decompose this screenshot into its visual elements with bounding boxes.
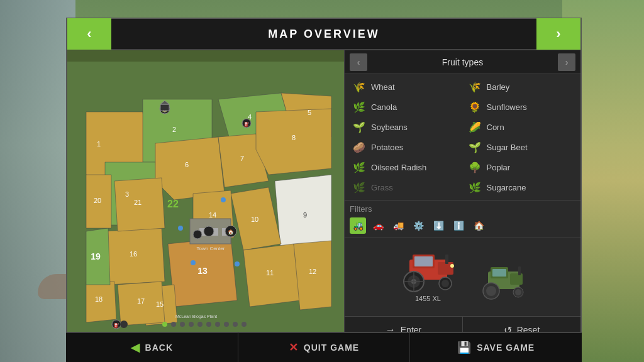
save-icon: 💾 — [457, 341, 472, 354]
svg-rect-71 — [445, 255, 448, 264]
vehicle-grid: 1455 XL — [394, 247, 532, 302]
svg-rect-65 — [160, 104, 169, 111]
fruit-prev-button[interactable]: ‹ — [350, 53, 367, 71]
dot-4 — [189, 322, 194, 327]
back-button[interactable]: ◀ BACK — [66, 332, 238, 362]
fruit-item-potatoes[interactable]: 🥔 Potatoes — [347, 137, 463, 157]
filter-download-button[interactable]: ⬇️ — [430, 217, 447, 234]
corn-icon: 🌽 — [468, 120, 482, 134]
fruit-grid: 🌾 Wheat 🌾 Barley 🌿 Canola 🌻 Sunflowers 🌱 — [345, 74, 580, 200]
fruit-name-canola: Canola — [371, 102, 397, 112]
bottom-bar: ◀ BACK ✕ QUIT GAME 💾 SAVE GAME — [66, 332, 582, 362]
dot-5 — [197, 322, 203, 327]
filter-icons-row: 🚜 🚗 🚚 ⚙️ ⬇️ ℹ️ 🏠 — [350, 217, 575, 234]
svg-text:13: 13 — [197, 266, 208, 276]
map-svg: 1 2 3 4 5 6 7 8 9 10 11 12 13 14 15 16 1… — [67, 50, 344, 343]
fruit-item-soybeans[interactable]: 🌱 Soybeans — [347, 117, 463, 137]
fruit-name-soybeans: Soybeans — [371, 123, 408, 132]
filter-gear-button[interactable]: ⚙️ — [410, 217, 426, 234]
fruit-item-corn[interactable]: 🌽 Corn — [463, 117, 579, 137]
tractor-1455xl-image — [394, 247, 463, 292]
fruit-name-sugar-beet: Sugar Beet — [487, 143, 528, 152]
poplar-icon: 🌳 — [468, 160, 482, 174]
filter-tractor-button[interactable]: 🚜 — [350, 217, 366, 234]
vehicle-name-1455xl: 1455 XL — [415, 295, 441, 302]
dot-8 — [224, 322, 229, 327]
svg-marker-6 — [155, 137, 225, 200]
fruit-name-sugarcane: Sugarcane — [487, 183, 526, 192]
header: ‹ MAP OVERVIEW › — [67, 19, 580, 50]
svg-marker-8 — [256, 109, 331, 175]
fruit-item-oilseed-radish[interactable]: 🌿 Oilseed Radish — [347, 157, 463, 177]
svg-text:11: 11 — [266, 269, 274, 277]
fruit-item-grass[interactable]: 🌿 Grass — [347, 177, 463, 197]
dot-6 — [206, 322, 211, 327]
fruit-item-sunflowers[interactable]: 🌻 Sunflowers — [463, 97, 579, 117]
svg-marker-12 — [294, 241, 331, 310]
header-next-button[interactable]: › — [536, 18, 580, 50]
svg-text:6: 6 — [185, 161, 189, 168]
fruit-next-button[interactable]: › — [558, 53, 575, 71]
svg-text:2: 2 — [172, 126, 176, 133]
fruit-item-sugar-beet[interactable]: 🌱 Sugar Beet — [463, 137, 579, 157]
svg-point-58 — [191, 260, 196, 265]
canola-icon: 🌿 — [352, 100, 366, 114]
svg-text:18: 18 — [95, 295, 103, 303]
filter-truck-button[interactable]: 🚚 — [390, 217, 406, 234]
fruit-name-corn: Corn — [487, 123, 504, 132]
svg-point-60 — [178, 226, 183, 231]
svg-text:19: 19 — [91, 251, 101, 261]
content-area: 1 2 3 4 5 6 7 8 9 10 11 12 13 14 15 16 1… — [67, 50, 580, 343]
fruit-item-barley[interactable]: 🌾 Barley — [463, 77, 579, 97]
svg-text:17: 17 — [137, 297, 145, 305]
svg-point-59 — [235, 261, 240, 266]
svg-text:21: 21 — [134, 199, 142, 206]
svg-text:12: 12 — [309, 268, 316, 275]
fruit-item-poplar[interactable]: 🌳 Poplar — [463, 157, 579, 177]
soybeans-icon: 🌱 — [352, 120, 366, 134]
grass-icon: 🌿 — [352, 180, 366, 194]
svg-point-86 — [486, 286, 496, 296]
svg-rect-83 — [492, 269, 506, 277]
svg-text:8: 8 — [292, 134, 296, 141]
header-prev-button[interactable]: ‹ — [67, 18, 111, 50]
vehicles-section: 1455 XL — [345, 238, 580, 316]
fruit-name-wheat: Wheat — [371, 82, 395, 92]
fruit-item-canola[interactable]: 🌿 Canola — [347, 97, 463, 117]
sugar-beet-icon: 🌱 — [468, 140, 482, 154]
vehicle-card-secondary[interactable] — [475, 262, 532, 302]
filter-info-button[interactable]: ℹ️ — [450, 217, 467, 234]
svg-text:McLean Biogas Plant: McLean Biogas Plant — [175, 314, 217, 319]
svg-text:14: 14 — [209, 211, 216, 219]
oilseed-radish-icon: 🌿 — [352, 160, 366, 174]
svg-rect-68 — [438, 262, 453, 275]
fruit-name-sunflowers: Sunflowers — [487, 102, 527, 112]
fruit-name-poplar: Poplar — [487, 163, 511, 172]
fruit-item-wheat[interactable]: 🌾 Wheat — [347, 77, 463, 97]
vehicle-card-1455xl[interactable]: 1455 XL — [394, 247, 463, 302]
save-game-button[interactable]: 💾 SAVE GAME — [410, 332, 582, 362]
svg-text:3: 3 — [125, 190, 129, 198]
dot-1 — [162, 322, 167, 327]
fruit-item-sugarcane[interactable]: 🌿 Sugarcane — [463, 177, 579, 197]
map-section: 1 2 3 4 5 6 7 8 9 10 11 12 13 14 15 16 1… — [67, 50, 344, 343]
svg-text:20: 20 — [94, 197, 101, 204]
barley-icon: 🌾 — [468, 80, 482, 94]
fruit-types-header: ‹ Fruit types › — [345, 50, 580, 74]
fruit-name-grass: Grass — [371, 183, 393, 192]
filter-home-button[interactable]: 🏠 — [470, 217, 487, 234]
fruit-name-potatoes: Potatoes — [371, 143, 403, 152]
svg-text:⛽: ⛽ — [244, 121, 250, 127]
wheat-icon: 🌾 — [352, 80, 366, 94]
svg-point-76 — [441, 280, 449, 287]
page-dots — [66, 319, 343, 329]
header-title: MAP OVERVIEW — [111, 28, 536, 41]
quit-game-button[interactable]: ✕ QUIT GAME — [238, 332, 411, 362]
quit-label: QUIT GAME — [304, 343, 359, 353]
building-left — [0, 0, 75, 362]
filter-car-button[interactable]: 🚗 — [370, 217, 386, 234]
filters-label: Filters — [350, 204, 575, 214]
svg-text:9: 9 — [303, 211, 307, 219]
dot-3 — [180, 322, 185, 327]
svg-point-57 — [193, 230, 202, 239]
